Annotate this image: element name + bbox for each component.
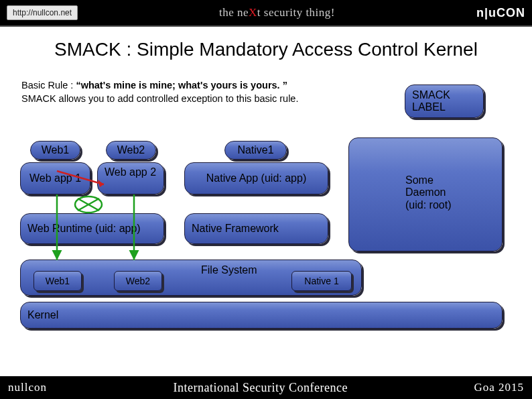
basic-rule-text: Basic Rule : “what's mine is mine; what'… [21, 79, 298, 105]
rule-line1-bold: “what's mine is mine; what's yours is yo… [76, 80, 287, 91]
some-daemon-text: Some Daemon (uid: root) [405, 174, 451, 211]
rule-line1-pre: Basic Rule : [21, 80, 76, 91]
tagline-x: X [249, 6, 257, 19]
some-daemon-l1: Some [405, 174, 451, 186]
blocked-cross-icon [74, 194, 103, 215]
smack-label-box: SMACK LABEL [405, 84, 484, 118]
svg-line-6 [78, 198, 99, 211]
header-bar: http://nullcon.net the neXt security thi… [0, 0, 532, 27]
web-app-1-box: Web app 1 [20, 162, 90, 194]
web-app-2-text: Web app 2 [105, 167, 156, 178]
architecture-diagram: Web1 Web2 Native1 Daemon Web app 1 Web a… [20, 141, 516, 355]
footer-center: International Security Conference [47, 381, 474, 395]
fs-web2-stack: Web2 [114, 271, 162, 291]
rule-line2: SMACK allows you to add controlled excep… [21, 93, 298, 106]
header-logo: n|uCON [476, 6, 525, 20]
some-daemon-l2: Daemon [405, 186, 451, 198]
some-daemon-l3: (uid: root) [405, 199, 451, 211]
fs-native1-stack: Native 1 [291, 271, 352, 291]
tagline-post: t security thing! [257, 6, 335, 19]
footer-left: nullcon [8, 381, 47, 394]
native-app-box: Native App (uid: app) [184, 162, 328, 194]
svg-line-5 [78, 198, 99, 211]
header-url: http://nullcon.net [7, 5, 78, 20]
web2-tag: Web2 [106, 141, 156, 160]
fs-web1-stack: Web1 [34, 271, 82, 291]
kernel-box: Kernel [20, 302, 503, 329]
tagline-pre: the ne [219, 6, 249, 19]
file-system-label: File System [201, 264, 257, 276]
web-app-2-box: Web app 2 [97, 162, 164, 194]
svg-point-4 [75, 196, 102, 213]
native1-tag: Native1 [224, 141, 287, 160]
web1-tag: Web1 [30, 141, 80, 160]
footer-right: Goa 2015 [474, 381, 524, 394]
smack-label-line2: LABEL [412, 101, 450, 113]
web-runtime-box: Web Runtime (uid: app) [20, 213, 164, 244]
smack-label-line1: SMACK [412, 89, 450, 101]
footer-bar: nullcon International Security Conferenc… [0, 376, 532, 399]
slide-title: SMACK : Simple Mandatory Access Control … [0, 39, 532, 60]
native-framework-box: Native Framework [184, 213, 328, 244]
header-tagline: the neXt security thing! [78, 6, 476, 19]
